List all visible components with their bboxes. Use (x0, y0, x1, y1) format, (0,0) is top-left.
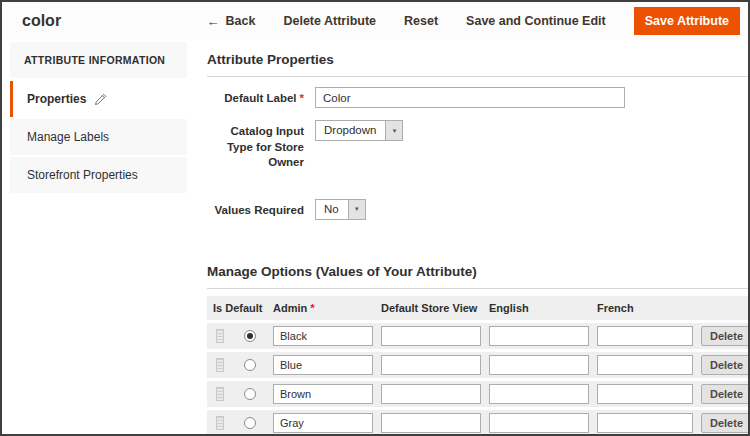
page-title: color (22, 12, 61, 30)
sidebar-item-storefront-properties[interactable]: Storefront Properties (10, 157, 187, 193)
option-row: Delete (207, 323, 750, 349)
header-actions: ← Back Delete Attribute Reset Save and C… (207, 7, 740, 35)
reset-button[interactable]: Reset (404, 14, 438, 28)
option-row: Delete (207, 381, 750, 407)
is-default-radio[interactable] (244, 359, 256, 371)
english-input[interactable] (489, 413, 589, 433)
col-header-french: French (597, 302, 693, 314)
delete-option-button[interactable]: Delete (701, 326, 750, 346)
english-input[interactable] (489, 326, 589, 346)
col-header-admin: Admin* (273, 302, 373, 314)
chevron-down-icon: ▾ (385, 121, 402, 140)
sidebar-item-label: Properties (27, 92, 86, 106)
values-required-label: Values Required (207, 199, 304, 219)
sidebar: ATTRIBUTE INFORMATION Properties Manage … (10, 42, 187, 195)
values-required-row: Values Required No ▾ (207, 199, 750, 220)
options-table: Is Default Admin* Default Store View Eng… (207, 296, 750, 436)
back-button-label: Back (226, 14, 256, 28)
delete-option-button[interactable]: Delete (701, 384, 750, 404)
admin-value-input[interactable] (273, 413, 373, 433)
english-input[interactable] (489, 384, 589, 404)
default-label-row: Default Label* (207, 87, 750, 108)
drag-handle[interactable] (216, 416, 224, 430)
catalog-input-type-select[interactable]: Dropdown ▾ (315, 120, 403, 141)
default-store-view-input[interactable] (381, 384, 481, 404)
values-required-select[interactable]: No ▾ (315, 199, 366, 220)
pencil-icon (94, 93, 107, 106)
required-indicator: * (310, 302, 314, 314)
values-required-value: No (316, 200, 348, 219)
options-table-header: Is Default Admin* Default Store View Eng… (207, 296, 750, 320)
is-default-radio[interactable] (244, 388, 256, 400)
catalog-input-type-value: Dropdown (316, 121, 385, 140)
default-label-input[interactable] (315, 87, 625, 108)
default-store-view-input[interactable] (381, 413, 481, 433)
sidebar-item-manage-labels[interactable]: Manage Labels (10, 119, 187, 155)
default-label-label: Default Label* (207, 87, 304, 107)
french-input[interactable] (597, 413, 693, 433)
option-row: Delete (207, 352, 750, 378)
catalog-input-type-label: Catalog Input Type for Store Owner (207, 120, 304, 171)
manage-options-section: Manage Options (Values of Your Attribute… (207, 264, 750, 436)
col-header-is-default: Is Default (213, 302, 265, 314)
page-header: color ← Back Delete Attribute Reset Save… (2, 2, 748, 40)
drag-handle[interactable] (216, 387, 224, 401)
english-input[interactable] (489, 355, 589, 375)
drag-handle[interactable] (216, 358, 224, 372)
attribute-properties-heading: Attribute Properties (207, 52, 750, 77)
option-row: Delete (207, 410, 750, 436)
sidebar-item-properties[interactable]: Properties (10, 81, 187, 117)
page-body: ATTRIBUTE INFORMATION Properties Manage … (2, 40, 748, 436)
catalog-input-type-row: Catalog Input Type for Store Owner Dropd… (207, 120, 750, 171)
delete-option-button[interactable]: Delete (701, 355, 750, 375)
default-store-view-input[interactable] (381, 355, 481, 375)
required-indicator: * (300, 92, 304, 104)
french-input[interactable] (597, 326, 693, 346)
options-rows: Delete Delete Delete Delete (207, 323, 750, 436)
chevron-down-icon: ▾ (348, 200, 365, 219)
is-default-radio[interactable] (244, 417, 256, 429)
admin-value-input[interactable] (273, 355, 373, 375)
admin-value-input[interactable] (273, 384, 373, 404)
sidebar-item-label: Storefront Properties (27, 168, 138, 182)
french-input[interactable] (597, 384, 693, 404)
sidebar-item-label: Manage Labels (27, 130, 109, 144)
col-header-default-store-view: Default Store View (381, 302, 481, 314)
col-header-english: English (489, 302, 589, 314)
delete-attribute-button[interactable]: Delete Attribute (283, 14, 376, 28)
save-attribute-button[interactable]: Save Attribute (634, 7, 740, 35)
manage-options-heading: Manage Options (Values of Your Attribute… (207, 264, 750, 289)
back-arrow-icon: ← (207, 14, 220, 29)
french-input[interactable] (597, 355, 693, 375)
default-store-view-input[interactable] (381, 326, 481, 346)
is-default-radio[interactable] (244, 330, 256, 342)
sidebar-header: ATTRIBUTE INFORMATION (10, 42, 187, 78)
drag-handle[interactable] (216, 329, 224, 343)
admin-value-input[interactable] (273, 326, 373, 346)
save-and-continue-button[interactable]: Save and Continue Edit (466, 14, 606, 28)
delete-option-button[interactable]: Delete (701, 413, 750, 433)
main-content: Attribute Properties Default Label* Cata… (207, 40, 750, 436)
back-button[interactable]: ← Back (207, 14, 256, 29)
